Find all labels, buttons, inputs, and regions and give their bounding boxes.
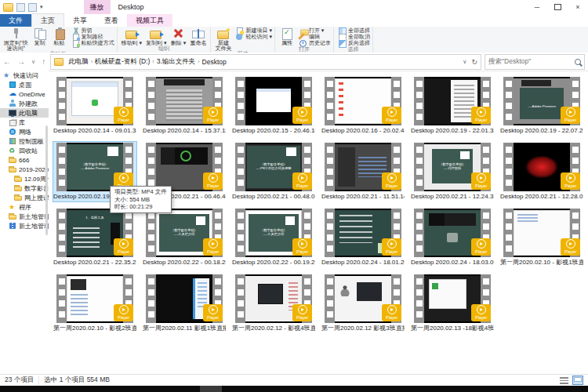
file-item[interactable]: ----Adobe PremierePlayerDesktop 2020.02.… (497, 75, 586, 141)
ribbon-button[interactable]: 粘贴 (50, 27, 69, 45)
details-view-icon[interactable] (560, 377, 568, 384)
recent-locations-chevron-icon[interactable]: ∨ (28, 59, 38, 65)
sprocket-hole (506, 147, 512, 153)
player-badge-icon: Player (561, 172, 580, 190)
sidebar-scrollbar[interactable] (45, 125, 48, 235)
ribbon-button[interactable]: 复制 (31, 27, 49, 45)
ribbon-button[interactable]: 粘贴快捷方式 (71, 40, 114, 46)
address-box[interactable]: 此电脑›机械硬盘-资料 (D:)›3.输出文件夹›Desktop ∨ ↻ (50, 54, 481, 70)
tab-文件[interactable]: 文件 (0, 14, 31, 27)
file-item[interactable]: 1、选择工具PlayerDesktop 2020.02.21 - 22.35.2… (50, 207, 140, 273)
sprocket-hole (483, 81, 489, 87)
file-item[interactable]: PlayerDesktop 2020.02.15 - 20.46.10.01 (229, 75, 318, 141)
play-triangle-icon (122, 111, 125, 114)
file-item[interactable]: 《数字影音基础》 ----PR工作区介绍及调整PlayerDesktop 202… (229, 141, 318, 207)
sidebar-item-网络[interactable]: 网络 (0, 127, 49, 136)
file-item[interactable]: PlayerDesktop 2020.02.16 - 20.02.41.01 (318, 75, 408, 141)
back-icon[interactable]: ← (0, 57, 14, 66)
sidebar-item-666[interactable]: 666 (0, 155, 49, 165)
close-button[interactable]: × (568, 0, 588, 14)
sidebar-item-此电脑[interactable]: 此电脑 (0, 108, 49, 118)
file-item[interactable]: PlayerDesktop 2020.02.24 - 18.03.09.02 (408, 207, 497, 273)
sprocket-hole (394, 289, 400, 296)
sidebar-item-程序[interactable]: 程序 (0, 202, 49, 212)
tab-查看[interactable]: 查看 (96, 14, 127, 27)
ribbon-button[interactable]: 历史记录 (299, 40, 331, 46)
file-name-label: Desktop 2020.02.14 - 09.01.31.02 (53, 127, 136, 135)
filmstrip-thumbnail: 《数字影音基础》 ----PR工作区介绍及调整Player (235, 143, 312, 191)
file-item[interactable]: Player第一周2020.02.12 - 影视4班直播视频全 (229, 273, 318, 339)
sidebar-item-12.09周一交[interactable]: 12.09周一交 (0, 174, 49, 183)
thumbnail-slide-text: 《数字影音基础》 ----Adobe Premiere (71, 162, 118, 170)
sidebar-item-新土地管理法 (2)[interactable]: 新土地管理法 (2) (0, 221, 49, 230)
hist-icon (299, 40, 307, 47)
sidebar-item-孙建政[interactable]: 孙建政 (0, 99, 49, 108)
sidebar-item-桌面[interactable]: 桌面 (0, 80, 49, 89)
quick-access-icon-2[interactable] (28, 3, 37, 12)
sidebar-item-OneDrive[interactable]: OneDrive (0, 89, 49, 99)
ribbon-button[interactable]: 复制到 ▾ (144, 27, 168, 45)
play-triangle-icon (390, 176, 394, 180)
file-item[interactable]: PlayerDesktop 2020.02.14 - 09.01.31.02 (50, 75, 140, 141)
sidebar-item-2019-2020下学期随[interactable]: 2019-2020下学期随 (0, 165, 49, 174)
sprocket-hole (394, 147, 400, 153)
sidebar-item-label: 程序 (19, 203, 31, 212)
file-item[interactable]: PlayerDesktop 2020.02.21 - 11.51.14.01 (318, 141, 408, 207)
sidebar-item-新土地管理法[interactable]: 新土地管理法 (0, 212, 49, 221)
breadcrumb-segment[interactable]: Desktop (201, 58, 228, 66)
sidebar-item-数字影音基础相关[interactable]: 数字影音基础相关 (0, 183, 49, 193)
filmstrip-left-rail (503, 209, 514, 257)
filmstrip-left-rail (325, 274, 335, 323)
file-item[interactable]: Player第一周2020.02.11 影视1班直播视频下 (140, 273, 229, 339)
sprocket-hole (148, 147, 154, 153)
tab-主页[interactable]: 主页 (31, 13, 64, 27)
file-item[interactable]: 《数字影音基础》 ----代理剪辑PlayerDesktop 2020.02.2… (408, 141, 497, 207)
file-item[interactable]: 《数字影音基础》 ----工具栏介绍PlayerDesktop 2020.02.… (229, 207, 318, 273)
sprocket-hole (238, 114, 244, 120)
quick-access-icon-1[interactable] (16, 3, 25, 12)
tab-视频工具[interactable]: 视频工具 (127, 14, 172, 27)
maximize-button[interactable] (547, 0, 568, 14)
filmstrip-left-rail (56, 77, 67, 125)
refresh-icon[interactable]: ↻ (471, 58, 477, 66)
sidebar-item-快速访问[interactable]: 快速访问 (0, 71, 49, 80)
breadcrumb-segment[interactable]: 此电脑 (67, 57, 90, 67)
up-icon[interactable]: ↑ (38, 57, 49, 66)
sidebar-item-回收站[interactable]: 回收站 (0, 146, 49, 155)
file-item[interactable]: Player第一周2020.02.10 - 影视1班直播视频上 (497, 207, 586, 273)
taskbar-segment[interactable] (200, 386, 222, 392)
forward-icon[interactable]: → (14, 57, 28, 66)
thumbnail-view-icon[interactable] (572, 376, 583, 385)
ribbon-button[interactable]: 新建 文件夹 (213, 27, 233, 51)
sidebar-item-库[interactable]: 库 (0, 118, 49, 127)
file-item[interactable]: PlayerDesktop 2020.02.14 - 15.37.11.02 (140, 75, 229, 141)
play-triangle-icon (480, 308, 483, 311)
thumbnail-slide-text: ----Adobe Premiere (518, 104, 565, 108)
ribbon-button[interactable]: 固定到"快 速访问" (2, 27, 30, 51)
breadcrumb-segment[interactable]: 3.输出文件夹 (155, 57, 198, 67)
file-item[interactable]: 《数字影音基础》 ----工具栏介绍PlayerDesktop 2020.02.… (140, 207, 229, 273)
sidebar-item-控制面板[interactable]: 控制面板 (0, 136, 49, 146)
file-item[interactable]: Player第一周2020.02.12 影视3班直播视频上 (318, 273, 408, 339)
address-dropdown-chevron-icon[interactable]: ∨ (463, 59, 466, 65)
file-item[interactable]: Player第一周2020.02.10 - 影视2班直播视频全 (50, 273, 140, 339)
file-item[interactable]: PlayerDesktop 2020.02.19 - 22.01.33.01 (408, 75, 497, 141)
lib-icon (9, 118, 16, 126)
file-item[interactable]: PlayerDesktop 2020.02.24 - 18.01.20.01 (318, 207, 408, 273)
sidebar-item-网上授课过程存留[interactable]: 网上授课过程存留 (0, 193, 49, 202)
quick-access-chevron-icon[interactable]: ▾ (40, 4, 43, 10)
file-item[interactable]: PlayerDesktop 2020.02.21 - 12.28.07.03 (497, 141, 586, 207)
ribbon-button[interactable]: 重命名 (188, 27, 208, 45)
filmstrip-thumbnail: ----Adobe PremierePlayer (503, 77, 580, 125)
breadcrumb-segment[interactable]: 机械硬盘-资料 (D:) (93, 57, 151, 67)
tab-共享[interactable]: 共享 (64, 14, 96, 27)
filmstrip-thumbnail: Player (56, 274, 133, 323)
ribbon-button[interactable]: 属性 (278, 27, 296, 45)
file-item[interactable]: Player第一周2020.02.13 -18影视4班直播视频全 (408, 273, 497, 339)
search-input[interactable]: 搜索"Desktop" (485, 54, 585, 70)
ribbon-button[interactable]: 删除 ▾ (169, 27, 187, 45)
minimize-button[interactable]: ─ (527, 0, 547, 14)
ribbon-button[interactable]: 反向选择 (338, 40, 370, 46)
ribbon-button[interactable]: 轻松访问 ▾ (235, 34, 271, 40)
ribbon-button[interactable]: 移动到 ▾ (120, 27, 143, 45)
